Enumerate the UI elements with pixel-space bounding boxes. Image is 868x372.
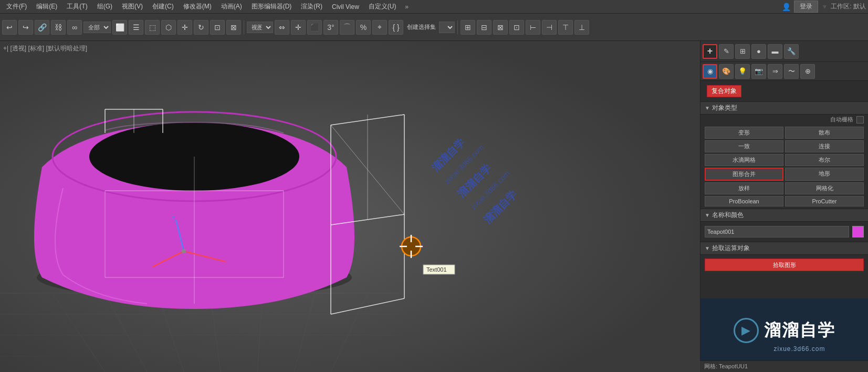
pick-label: 拾取运算对象 xyxy=(712,244,750,253)
rect-select-button[interactable]: ⬚ xyxy=(145,20,160,35)
logo-text-en: zixue.3d66.com xyxy=(773,345,825,353)
menu-tools[interactable]: 工具(T) xyxy=(62,1,91,12)
snap-button[interactable]: ⌖ xyxy=(372,20,387,35)
graph3-button[interactable]: ⊠ xyxy=(493,20,508,35)
unlink-button[interactable]: ⛓ xyxy=(51,20,66,35)
rp-wrench-icon[interactable]: 🔧 xyxy=(784,44,799,59)
undo-button[interactable]: ↩ xyxy=(2,20,17,35)
rp-wave-button[interactable]: 〜 xyxy=(784,64,799,79)
create-selection-label: 创建选择集 xyxy=(405,23,438,31)
object-name-input[interactable] xyxy=(705,226,849,237)
obj-btn-procutter[interactable]: ProCutter xyxy=(785,196,864,206)
menu-create[interactable]: 创建(C) xyxy=(148,1,178,12)
cube-button[interactable]: ⬛ xyxy=(307,20,322,35)
graph1-button[interactable]: ⊞ xyxy=(461,20,475,35)
color-swatch[interactable] xyxy=(852,226,864,237)
object-type-label: 对象类型 xyxy=(712,104,737,112)
link-button[interactable]: 🔗 xyxy=(35,20,49,35)
graph4-button[interactable]: ⊡ xyxy=(509,20,524,35)
fence-select-button[interactable]: ⬡ xyxy=(161,20,176,35)
obj-btn-proboolean[interactable]: ProBoolean xyxy=(705,196,783,206)
graph7-button[interactable]: ⊤ xyxy=(558,20,573,35)
right-panel: + ✎ ⊞ ● ▬ 🔧 ◉ 🎨 💡 📷 ⇒ 〜 ⊕ 复合对象 ▼ 对象类型 自动… xyxy=(700,41,868,372)
select-object-button[interactable]: ⬜ xyxy=(112,20,127,35)
auto-grid-checkbox[interactable] xyxy=(856,116,864,123)
select-filter-dropdown[interactable]: 全部 xyxy=(83,22,111,33)
rp-sphere-button[interactable]: ◉ xyxy=(703,64,717,79)
obj-btn-buer[interactable]: 布尔 xyxy=(785,154,864,166)
rp-toolbar-2: ◉ 🎨 💡 📷 ⇒ 〜 ⊕ xyxy=(700,62,868,81)
rp-circle-icon[interactable]: ● xyxy=(751,44,766,59)
obj-btn-lianjie[interactable]: 连接 xyxy=(785,140,864,152)
menu-edit[interactable]: 编辑(E) xyxy=(32,1,61,12)
obj-btn-sabu[interactable]: 散布 xyxy=(785,127,864,139)
rp-paint-button[interactable]: 🎨 xyxy=(719,64,734,79)
scale2-button[interactable]: ⊠ xyxy=(226,20,241,35)
logo-icon: ▶ xyxy=(734,318,759,343)
toolbar-separator-1 xyxy=(244,20,244,34)
name-color-section xyxy=(700,222,868,242)
auto-grid-label: 自动栅格 xyxy=(830,116,853,123)
viewport[interactable]: +| [透视] [标准] [默认明暗处理] xyxy=(0,41,700,372)
move-button[interactable]: ✛ xyxy=(177,20,192,35)
object-type-header[interactable]: ▼ 对象类型 xyxy=(700,101,868,115)
mirror-button[interactable]: ⇔ xyxy=(275,20,289,35)
rp-edit-icon[interactable]: ✎ xyxy=(719,44,734,59)
toolbar-separator-2 xyxy=(457,20,458,34)
create-selection-dropdown[interactable]: ▼ xyxy=(439,22,455,33)
menu-customize[interactable]: 自定义(U) xyxy=(364,1,401,12)
menu-civil-view[interactable]: Civil View xyxy=(328,2,363,12)
graph6-button[interactable]: ⊣ xyxy=(542,20,557,35)
rp-rect-icon[interactable]: ▬ xyxy=(768,44,782,59)
percent-button[interactable]: % xyxy=(356,20,371,35)
view-dropdown[interactable]: 视图 xyxy=(247,22,273,33)
rp-hierarchy-icon[interactable]: ⊞ xyxy=(735,44,750,59)
login-button[interactable]: 登录 xyxy=(794,1,818,13)
pick-header[interactable]: ▼ 拾取运算对象 xyxy=(700,242,868,255)
menu-modifiers[interactable]: 修改器(M) xyxy=(179,1,216,12)
user-icon: 👤 xyxy=(782,3,791,11)
rp-target-button[interactable]: ⊕ xyxy=(800,64,815,79)
obj-btn-bianhang[interactable]: 变形 xyxy=(705,127,783,139)
bind-button[interactable]: ∞ xyxy=(67,20,82,35)
menu-expand-icon[interactable]: » xyxy=(401,3,412,11)
angle-button[interactable]: 3° xyxy=(323,20,338,35)
graph5-button[interactable]: ⊢ xyxy=(526,20,540,35)
menu-view[interactable]: 视图(V) xyxy=(118,1,147,12)
menu-right: 👤 登录 ▼ 工作区: 默认 xyxy=(782,1,866,13)
obj-btn-dixing[interactable]: 地形 xyxy=(785,168,864,181)
main-toolbar: ↩ ↪ 🔗 ⛓ ∞ 全部 ⬜ ☰ ⬚ ⬡ ✛ ↻ ⊡ ⊠ 视图 ⇔ ✛ ⬛ 3°… xyxy=(0,14,868,41)
rotate-button[interactable]: ↻ xyxy=(194,20,208,35)
menu-file[interactable]: 文件(F) xyxy=(2,1,31,12)
graph2-button[interactable]: ⊟ xyxy=(477,20,491,35)
arc-button[interactable]: ⌒ xyxy=(340,20,354,35)
graph8-button[interactable]: ⊥ xyxy=(574,20,589,35)
name-color-header[interactable]: ▼ 名称和颜色 xyxy=(700,209,868,222)
object-type-arrow: ▼ xyxy=(705,105,710,111)
pick-shape-button[interactable]: 拾取图形 xyxy=(705,259,864,271)
compound-label: 复合对象 xyxy=(707,85,741,97)
status-label: 网格: TeapotUU1 xyxy=(704,363,748,370)
obj-btn-shuidi[interactable]: 水滴网格 xyxy=(705,154,783,166)
obj-btn-fangyang[interactable]: 放样 xyxy=(705,182,783,194)
select-name-button[interactable]: ☰ xyxy=(129,20,143,35)
rp-add-button[interactable]: + xyxy=(703,44,717,59)
pick-arrow: ▼ xyxy=(705,245,710,251)
menu-render[interactable]: 渲染(R) xyxy=(297,1,327,12)
rp-light-button[interactable]: 💡 xyxy=(735,64,750,79)
logo-text-cn: 溜溜自学 xyxy=(764,319,835,342)
obj-btn-wanggehua[interactable]: 网格化 xyxy=(785,182,864,194)
rp-camera-button[interactable]: 📷 xyxy=(751,64,766,79)
menu-animation[interactable]: 动画(A) xyxy=(217,1,246,12)
menu-bar: 文件(F) 编辑(E) 工具(T) 组(G) 视图(V) 创建(C) 修改器(M… xyxy=(0,0,868,14)
obj-btn-yizhi[interactable]: 一致 xyxy=(705,140,783,152)
align-button[interactable]: ✛ xyxy=(291,20,306,35)
scale-button[interactable]: ⊡ xyxy=(210,20,225,35)
obj-btn-tuxinghebing[interactable]: 图形合并 xyxy=(705,168,783,181)
rp-arrow-button[interactable]: ⇒ xyxy=(768,64,782,79)
bracket-button[interactable]: { } xyxy=(389,20,403,35)
menu-group[interactable]: 组(G) xyxy=(93,1,117,12)
auto-grid-row: 自动栅格 xyxy=(700,115,868,125)
redo-button[interactable]: ↪ xyxy=(18,20,33,35)
menu-graph-editor[interactable]: 图形编辑器(D) xyxy=(247,1,296,12)
